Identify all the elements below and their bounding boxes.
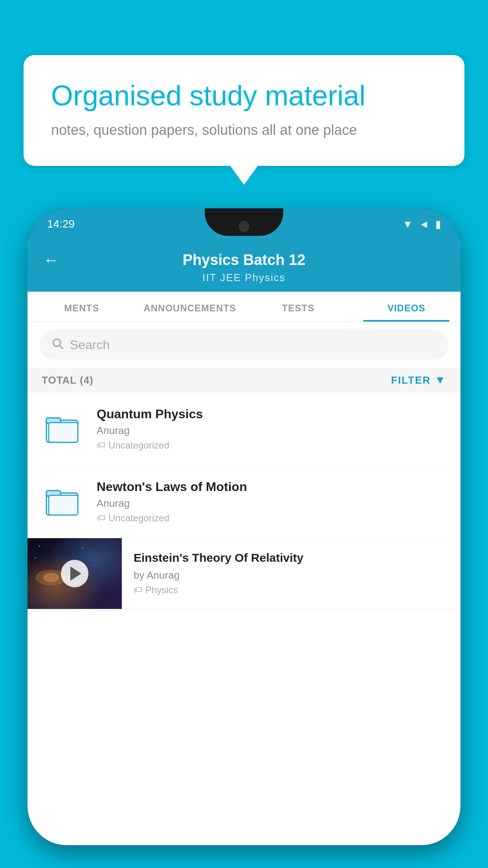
tab-tests[interactable]: TESTS [244, 292, 352, 322]
svg-line-1 [60, 346, 62, 348]
svg-rect-7 [49, 495, 78, 515]
bubble-subtitle: notes, question papers, solutions all at… [51, 122, 437, 138]
video-info-2: Newton's Laws of Motion Anurag 🏷 Uncateg… [97, 480, 446, 524]
total-count: TOTAL (4) [42, 374, 94, 386]
video-list: Quantum Physics Anurag 🏷 Uncategorized [28, 393, 460, 609]
status-icons: ▼ ◄ ▮ [403, 218, 441, 230]
tag-label-1: Uncategorized [108, 440, 169, 451]
status-bar: 14:29 ▼ ◄ ▮ [28, 208, 460, 240]
tag-icon-1: 🏷 [97, 440, 105, 451]
tag-label-3: Physics [145, 585, 178, 596]
video-title-3: Einstein's Theory Of Relativity [134, 550, 449, 565]
svg-point-13 [82, 548, 83, 549]
filter-icon: ▼ [435, 374, 446, 386]
svg-point-9 [55, 552, 55, 552]
svg-point-15 [106, 554, 106, 554]
phone-notch [205, 208, 283, 236]
header-subtitle: IIT JEE Physics [202, 272, 286, 284]
bubble-title: Organised study material [51, 79, 437, 112]
tab-ments[interactable]: MENTS [28, 292, 136, 322]
video-author-2: Anurag [97, 497, 446, 509]
tabs-bar: MENTS ANNOUNCEMENTS TESTS VIDEOS [28, 292, 460, 322]
phone-screen: ← Physics Batch 12 IIT JEE Physics MENTS… [28, 240, 460, 845]
video-info-3: Einstein's Theory Of Relativity by Anura… [122, 538, 460, 607]
app-header: ← Physics Batch 12 IIT JEE Physics [28, 240, 460, 292]
camera-dot [238, 221, 250, 232]
svg-point-10 [47, 544, 48, 544]
folder-thumbnail-2 [42, 480, 85, 523]
tag-icon-2: 🏷 [97, 513, 105, 523]
status-time: 14:29 [47, 218, 75, 230]
search-container: Search [28, 322, 460, 368]
speech-bubble: Organised study material notes, question… [24, 55, 464, 166]
wifi-icon: ▼ [403, 218, 413, 230]
header-row: ← Physics Batch 12 [43, 252, 445, 268]
video-title-2: Newton's Laws of Motion [97, 480, 446, 494]
svg-point-11 [35, 557, 36, 559]
search-icon [51, 337, 64, 353]
list-item[interactable]: Quantum Physics Anurag 🏷 Uncategorized [28, 393, 460, 465]
video-tag-2: 🏷 Uncategorized [97, 513, 446, 524]
folder-thumbnail-1 [42, 407, 85, 451]
back-button[interactable]: ← [43, 251, 59, 269]
list-item[interactable]: Newton's Laws of Motion Anurag 🏷 Uncateg… [28, 465, 460, 538]
play-button[interactable] [61, 560, 88, 587]
video-tag-3: 🏷 Physics [134, 585, 449, 596]
svg-point-8 [39, 546, 40, 547]
svg-rect-4 [49, 423, 78, 442]
video-info-1: Quantum Physics Anurag 🏷 Uncategorized [97, 407, 446, 451]
screen-title: Physics Batch 12 [183, 252, 306, 268]
play-icon [70, 566, 81, 581]
search-placeholder: Search [70, 338, 110, 352]
phone-frame: 14:29 ▼ ◄ ▮ ← Physics Batch 12 IIT JEE P… [28, 208, 460, 845]
svg-point-17 [43, 573, 59, 582]
tag-label-2: Uncategorized [108, 513, 169, 524]
filter-row: TOTAL (4) FILTER ▼ [28, 368, 460, 393]
einstein-thumbnail [28, 538, 122, 609]
video-author-3: by Anurag [134, 569, 449, 581]
video-tag-1: 🏷 Uncategorized [97, 440, 446, 451]
signal-icon: ◄ [419, 218, 429, 230]
filter-label: FILTER [391, 374, 431, 386]
back-arrow-icon: ← [43, 251, 59, 268]
list-item[interactable]: Einstein's Theory Of Relativity by Anura… [28, 538, 460, 609]
tag-icon-3: 🏷 [134, 585, 142, 595]
svg-point-12 [62, 561, 63, 562]
video-title-1: Quantum Physics [97, 407, 446, 421]
battery-icon: ▮ [435, 218, 441, 230]
filter-button[interactable]: FILTER ▼ [391, 374, 446, 386]
video-author-1: Anurag [97, 425, 446, 437]
tab-videos[interactable]: VIDEOS [352, 292, 461, 322]
svg-point-14 [94, 565, 95, 566]
tab-announcements[interactable]: ANNOUNCEMENTS [136, 292, 244, 322]
speech-bubble-container: Organised study material notes, question… [24, 55, 464, 166]
search-bar[interactable]: Search [39, 330, 449, 360]
